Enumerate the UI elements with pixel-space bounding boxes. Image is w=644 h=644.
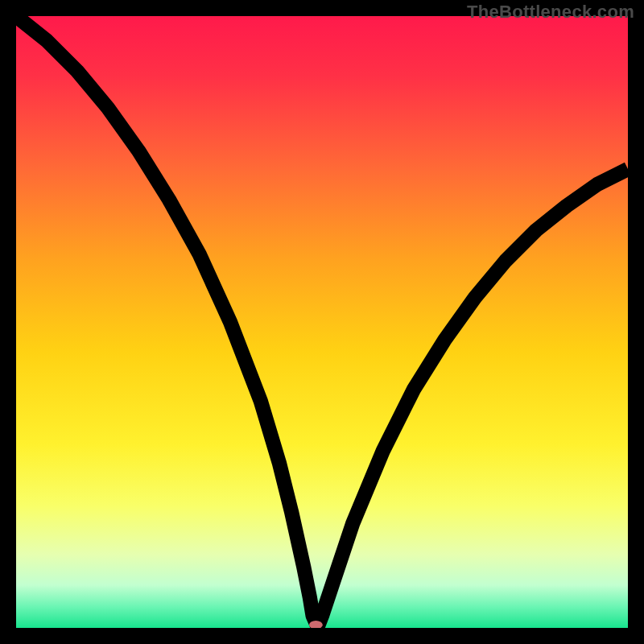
- chart-svg: [16, 16, 628, 628]
- plot-area: [16, 16, 628, 628]
- chart-frame: TheBottleneck.com: [0, 0, 644, 644]
- watermark-text: TheBottleneck.com: [467, 2, 634, 23]
